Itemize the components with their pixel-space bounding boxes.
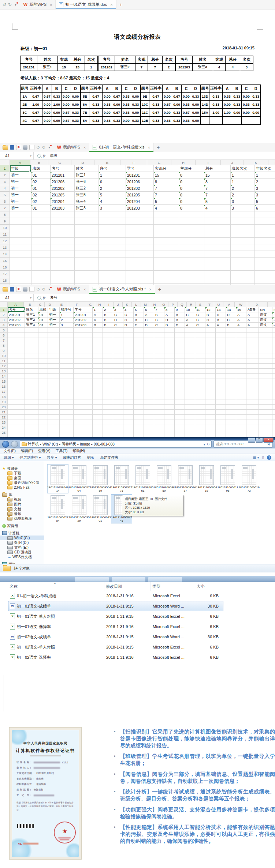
cell[interactable] [144, 420, 154, 425]
cell[interactable] [25, 425, 38, 430]
cell[interactable]: 初一 [10, 192, 31, 198]
cell[interactable] [185, 348, 195, 353]
cell[interactable] [134, 425, 144, 430]
cell[interactable] [74, 379, 93, 384]
cell[interactable] [51, 231, 75, 238]
sidebar-group-3[interactable]: 计算机 [0, 531, 44, 536]
cell[interactable]: 0 [179, 185, 204, 192]
cell[interactable] [272, 348, 275, 353]
close-tab-icon[interactable]: × [83, 287, 86, 292]
cell[interactable] [179, 218, 204, 225]
cell[interactable] [175, 328, 185, 333]
cell[interactable] [75, 238, 99, 244]
cell[interactable] [154, 218, 179, 225]
command-item[interactable]: 新建文件夹 [100, 455, 118, 460]
cell[interactable] [51, 211, 75, 218]
cell[interactable] [272, 394, 275, 399]
cell[interactable]: 1 [231, 179, 255, 185]
cell[interactable] [134, 328, 144, 333]
cell[interactable] [74, 394, 93, 399]
cell[interactable] [272, 379, 275, 384]
cell[interactable] [226, 425, 236, 430]
cell[interactable] [48, 430, 60, 435]
cell[interactable] [99, 244, 126, 251]
cell[interactable] [8, 328, 25, 333]
cell[interactable] [236, 348, 246, 353]
cell[interactable] [38, 338, 48, 343]
cell[interactable] [205, 394, 216, 399]
cell[interactable] [185, 343, 195, 348]
cell[interactable] [236, 415, 246, 420]
undo-icon[interactable]: ↺ [3, 3, 6, 7]
cell[interactable] [272, 389, 275, 394]
cell[interactable] [93, 415, 103, 420]
cell[interactable] [51, 218, 75, 225]
cell[interactable] [272, 384, 275, 389]
cell[interactable] [216, 374, 226, 379]
cell[interactable] [259, 399, 272, 405]
cell[interactable] [154, 338, 164, 343]
column-header[interactable]: J [221, 160, 244, 165]
column-header[interactable]: C [36, 302, 45, 307]
cell[interactable] [144, 333, 154, 338]
cell[interactable]: 2 [60, 317, 74, 323]
cell[interactable] [205, 389, 216, 394]
cell[interactable] [123, 338, 134, 343]
cell[interactable] [25, 399, 38, 405]
cell[interactable] [272, 405, 275, 410]
cell[interactable] [204, 251, 231, 258]
cell[interactable] [272, 333, 275, 338]
cell[interactable] [126, 264, 154, 271]
cell[interactable] [216, 348, 226, 353]
cell[interactable] [60, 415, 74, 420]
cell[interactable] [185, 338, 195, 343]
file-thumbnail[interactable]: 180131100003529 [68, 494, 90, 523]
cell[interactable] [255, 218, 275, 225]
cell[interactable] [246, 348, 259, 353]
cell[interactable] [93, 343, 103, 348]
cell[interactable] [48, 379, 60, 384]
cell[interactable] [246, 343, 259, 348]
file-thumbnail[interactable]: 180131095955704 [68, 464, 90, 493]
cell[interactable] [60, 328, 74, 333]
cell[interactable]: 01 [38, 323, 48, 328]
cell[interactable] [216, 420, 226, 425]
cell[interactable] [48, 389, 60, 394]
cell[interactable] [272, 410, 275, 415]
cell[interactable] [8, 379, 25, 384]
cell[interactable] [123, 369, 134, 374]
cell[interactable] [99, 271, 126, 277]
cell[interactable] [164, 338, 175, 343]
sidebar-item[interactable]: 数据 (D:) [0, 540, 44, 545]
refresh-icon[interactable]: ↻ [207, 442, 210, 446]
cell[interactable] [10, 211, 31, 218]
command-item[interactable]: 共享 ▾ [47, 455, 57, 460]
menu-item[interactable]: 工具(T) [55, 448, 67, 454]
sidebar-group-1[interactable]: 库 [0, 492, 44, 497]
cell[interactable] [103, 348, 113, 353]
cell[interactable] [231, 218, 255, 225]
cell[interactable] [216, 358, 226, 364]
column-header[interactable]: H [171, 160, 196, 165]
cell[interactable]: B [195, 317, 205, 323]
cell[interactable]: 02 [31, 192, 51, 198]
cell[interactable]: 1 [93, 307, 103, 312]
cell[interactable] [154, 231, 179, 238]
cell[interactable] [175, 394, 185, 399]
cell[interactable]: C [113, 323, 123, 328]
cell[interactable]: 总分 [204, 165, 231, 172]
cell[interactable] [226, 430, 236, 435]
row-header[interactable]: 2 [0, 172, 10, 179]
cell[interactable] [134, 420, 144, 425]
cell[interactable] [154, 225, 179, 231]
column-header[interactable]: I [196, 160, 221, 165]
cell[interactable] [175, 338, 185, 343]
cell[interactable] [179, 225, 204, 231]
cell[interactable]: 姓名 [75, 165, 99, 172]
cell[interactable] [204, 211, 231, 218]
row-header[interactable]: 10 [0, 353, 8, 358]
cell[interactable] [259, 358, 272, 364]
cell[interactable] [185, 420, 195, 425]
row-header[interactable]: 1 [0, 307, 8, 312]
cell[interactable] [236, 420, 246, 425]
